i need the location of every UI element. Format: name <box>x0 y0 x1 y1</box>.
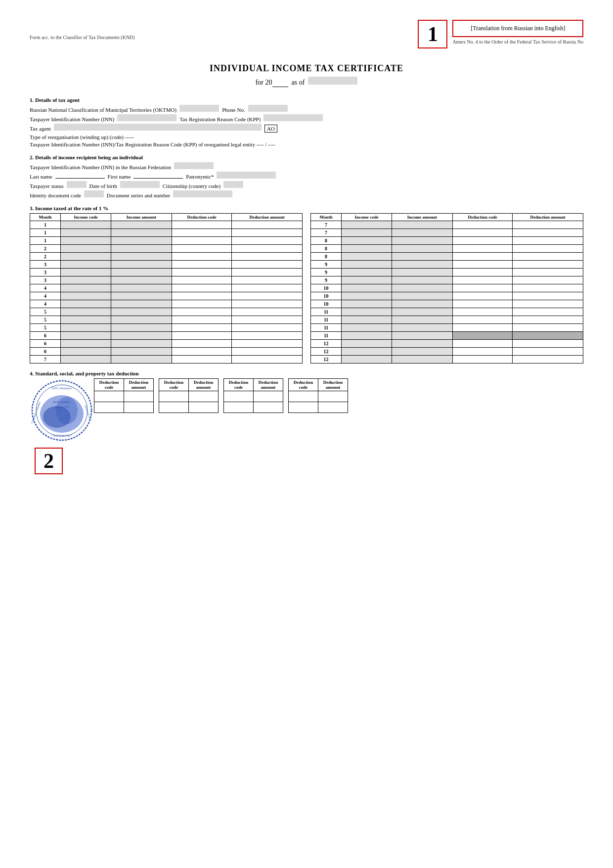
table-row: 1 <box>30 229 303 237</box>
doc-row: Identity document code Document series a… <box>30 190 583 198</box>
ded1-amount-cell <box>124 402 154 413</box>
table-row: 6 <box>30 348 303 356</box>
last-name-value <box>55 172 105 179</box>
page-header: Form acc. to the Classifier of Tax Docum… <box>30 20 583 48</box>
stamp-area: ООО Экспресс * 05470457750 * Translation… <box>30 378 94 443</box>
table-row: 11 <box>311 324 583 332</box>
document-title: INDIVIDUAL INCOME TAX CERTIFICATE <box>30 63 583 74</box>
patronymic-label: Patronymic* <box>186 174 214 180</box>
ded2-amount-cell <box>189 391 219 402</box>
right-header: 1 [Translation from Russian into English… <box>418 20 583 48</box>
status-dob-row: Taxpayer status Date of birth Citizenshi… <box>30 181 583 189</box>
tax-agent-row: Tax agent AO <box>30 124 583 133</box>
deduction-first-group: ООО Экспресс * 05470457750 * Translation… <box>30 378 154 474</box>
deduction-table-3: Deductioncode Deductionamount <box>223 378 283 413</box>
ded3-code-cell <box>224 402 254 413</box>
kpp-label: Tax Registration Reason Code (KPP) <box>179 116 261 122</box>
section3-title: 3. Income taxed at the rate of 1 % <box>30 205 583 211</box>
phone-value <box>248 105 288 112</box>
ao-label: AO <box>264 125 277 133</box>
page-number-box: 1 <box>418 20 447 48</box>
table-row: 7 <box>30 356 303 364</box>
translation-annex: [Translation from Russian into English] … <box>452 20 583 45</box>
deduction-row <box>224 402 283 413</box>
inn-label: Taxpayer Identification Number (INN) <box>30 116 114 122</box>
table-row: 12 <box>311 348 583 356</box>
ded4-amount-cell <box>318 391 348 402</box>
table-row: 6 <box>30 340 303 348</box>
doc-series-label: Document series and number <box>107 192 171 198</box>
deduction-tables-wrapper: ООО Экспресс * 05470457750 * Translation… <box>30 378 583 474</box>
table-row: 9 <box>311 261 583 269</box>
ded3-code-cell <box>224 391 254 402</box>
table-row: 6 <box>30 332 303 340</box>
deduction-row <box>94 391 154 402</box>
table-row: 10 <box>311 300 583 308</box>
citizenship-value <box>223 181 243 188</box>
table-row: 1 <box>30 237 303 245</box>
oktmo-value <box>179 105 219 112</box>
ded3-amount-header: Deductionamount <box>254 379 283 391</box>
deduction-row <box>159 402 219 413</box>
stamp-and-number: ООО Экспресс * 05470457750 * Translation… <box>30 378 94 474</box>
status-value <box>67 181 87 188</box>
table-row: 11 <box>311 332 583 340</box>
document-title-area: INDIVIDUAL INCOME TAX CERTIFICATE <box>30 63 583 74</box>
year-value <box>272 79 288 87</box>
ded1-amount-header: Deductionamount <box>124 379 154 391</box>
ded3-code-header: Deductioncode <box>224 379 254 391</box>
col-income-code-l: Income code <box>61 214 111 221</box>
header-right-inner: 1 [Translation from Russian into English… <box>418 20 583 48</box>
right-income-table-wrapper: Month Income code Income amount Deductio… <box>310 213 583 364</box>
ded3-amount-cell <box>254 391 283 402</box>
deduction-table-4: Deductioncode Deductionamount <box>288 378 348 413</box>
table-row: 9 <box>311 269 583 276</box>
form-label: Form acc. to the Classifier of Tax Docum… <box>30 35 135 40</box>
col-deduction-amount-l: Deduction amount <box>232 214 303 221</box>
inn-kpp-reorg-label: Taxpayer Identification Number (INN)/Tax… <box>30 141 275 147</box>
section4: 4. Standard, social, and property tax de… <box>30 370 583 474</box>
kpp-value <box>263 114 323 121</box>
ded4-amount-cell <box>318 402 348 413</box>
table-row: 1 <box>30 221 303 229</box>
deduction-row <box>224 391 283 402</box>
ded1-code-cell <box>94 391 124 402</box>
col-deduction-code-l: Deduction code <box>172 214 232 221</box>
section1-title: 1. Details of tax agent <box>30 97 583 103</box>
ded2-code-cell <box>159 402 189 413</box>
table-row: 11 <box>311 308 583 316</box>
table-row: 12 <box>311 356 583 364</box>
doc-code-label: Identity document code <box>30 192 81 198</box>
ded3-amount-cell <box>254 402 283 413</box>
table-row: 4 <box>30 284 303 292</box>
table-row: 10 <box>311 292 583 300</box>
first-name-value <box>133 172 183 179</box>
inn-kpp-row: Taxpayer Identification Number (INN) Tax… <box>30 114 583 122</box>
ded1-code-header: Deductioncode <box>94 379 124 391</box>
translation-box: [Translation from Russian into English] <box>452 20 583 37</box>
left-income-table: Month Income code Income amount Deductio… <box>30 213 303 364</box>
deduction-table-1: Deductioncode Deductionamount <box>94 378 154 413</box>
col-income-amount-l: Income amount <box>111 214 172 221</box>
ded4-code-cell <box>289 391 318 402</box>
table-row: 7 <box>311 229 583 237</box>
reorg-row: Type of reorganisation (winding up) (cod… <box>30 134 583 140</box>
right-income-table: Month Income code Income amount Deductio… <box>310 213 583 364</box>
svg-text:ООО Экспресс: ООО Экспресс <box>51 387 72 390</box>
tax-agent-value <box>54 124 262 131</box>
doc-series-value <box>173 190 232 197</box>
status-label: Taxpayer status <box>30 183 64 189</box>
col-income-code-r: Income code <box>342 214 392 221</box>
deduction-row <box>289 402 348 413</box>
dob-label: Date of birth <box>89 183 117 189</box>
ded2-amount-cell <box>189 402 219 413</box>
table-row: 2 <box>30 245 303 253</box>
table-row: 5 <box>30 316 303 324</box>
document-subtitle: for 20 as of <box>30 77 583 87</box>
table-row: 9 <box>311 276 583 284</box>
patronymic-value <box>217 172 276 179</box>
col-income-amount-r: Income amount <box>392 214 452 221</box>
inn-value <box>117 114 176 121</box>
inn-rf-value <box>174 162 214 169</box>
inn-rf-row: Taxpayer Identification Number (INN) in … <box>30 162 583 170</box>
